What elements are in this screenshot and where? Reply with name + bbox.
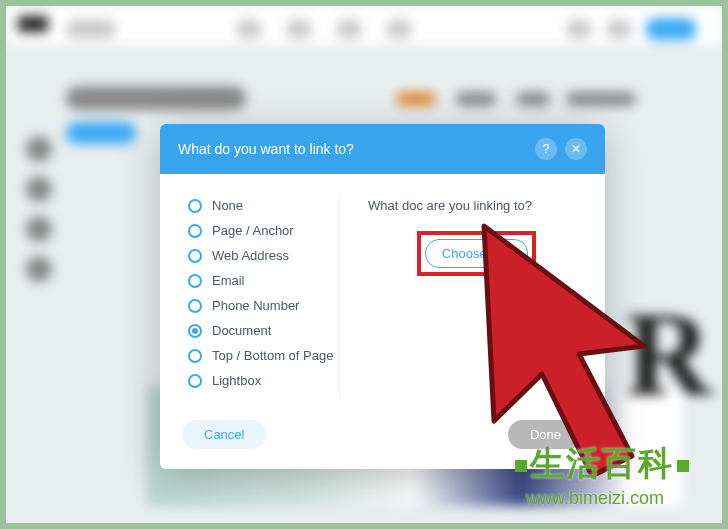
right-pane-title: What doc are you linking to?	[368, 198, 585, 213]
radio-label: Lightbox	[212, 373, 261, 388]
radio-icon	[188, 374, 202, 388]
radio-label: Email	[212, 273, 245, 288]
link-settings-dialog: What do you want to link to? ? ✕ None Pa…	[160, 124, 605, 469]
radio-option-email[interactable]: Email	[188, 273, 339, 288]
radio-option-lightbox[interactable]: Lightbox	[188, 373, 339, 388]
radio-icon	[188, 299, 202, 313]
right-pane: What doc are you linking to? Choose File	[340, 198, 605, 398]
radio-label: Page / Anchor	[212, 223, 294, 238]
radio-icon	[188, 199, 202, 213]
radio-label: Phone Number	[212, 298, 299, 313]
radio-option-phone-number[interactable]: Phone Number	[188, 298, 339, 313]
radio-option-document[interactable]: Document	[188, 323, 339, 338]
background-serif-letter: R	[625, 286, 712, 424]
close-button[interactable]: ✕	[565, 138, 587, 160]
radio-option-web-address[interactable]: Web Address	[188, 248, 339, 263]
watermark-url: www.bimeizi.com	[526, 488, 664, 509]
radio-option-page-anchor[interactable]: Page / Anchor	[188, 223, 339, 238]
dialog-title: What do you want to link to?	[178, 141, 354, 157]
radio-label: Web Address	[212, 248, 289, 263]
watermark-text: 生活百科	[512, 441, 692, 487]
radio-label: Document	[212, 323, 271, 338]
topbar	[6, 6, 722, 46]
help-button[interactable]: ?	[535, 138, 557, 160]
radio-label: None	[212, 198, 243, 213]
cancel-button[interactable]: Cancel	[182, 420, 266, 449]
radio-option-none[interactable]: None	[188, 198, 339, 213]
choose-file-button[interactable]: Choose File	[425, 239, 528, 268]
radio-option-top-bottom-page[interactable]: Top / Bottom of Page	[188, 348, 339, 363]
radio-label: Top / Bottom of Page	[212, 348, 333, 363]
radio-icon	[188, 249, 202, 263]
radio-icon	[188, 274, 202, 288]
tutorial-highlight-box: Choose File	[417, 231, 536, 276]
dialog-header: What do you want to link to? ? ✕	[160, 124, 605, 174]
radio-icon-selected	[188, 324, 202, 338]
wix-logo	[18, 16, 48, 32]
radio-icon	[188, 349, 202, 363]
link-type-list: None Page / Anchor Web Address Email Pho…	[160, 198, 340, 398]
radio-icon	[188, 224, 202, 238]
